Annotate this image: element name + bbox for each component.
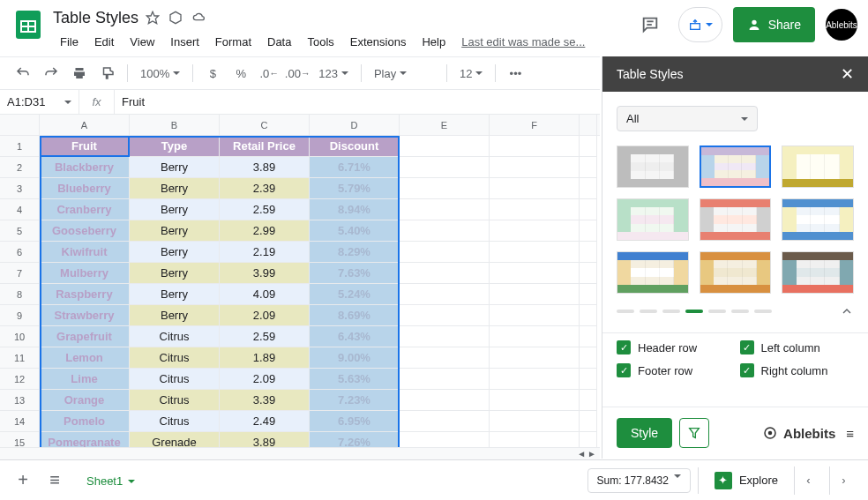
table-style-template[interactable] [782, 146, 854, 188]
col-header[interactable]: D [310, 115, 400, 135]
cell[interactable]: 8.94% [310, 199, 400, 220]
table-style-template[interactable] [617, 146, 689, 188]
cell[interactable] [400, 242, 490, 263]
cell[interactable]: 7.63% [310, 263, 400, 284]
share-button[interactable]: Share [733, 7, 815, 42]
cell[interactable] [400, 178, 490, 199]
cell[interactable]: Gooseberry [40, 220, 130, 242]
cell[interactable]: 1.89 [220, 347, 310, 369]
row-header[interactable]: 12 [0, 369, 39, 390]
cell[interactable] [580, 284, 597, 305]
cell[interactable]: 5.79% [310, 178, 400, 199]
row-header[interactable]: 3 [0, 178, 39, 199]
header-row-checkbox[interactable]: ✓Header row [617, 340, 731, 354]
menu-icon[interactable]: ≡ [846, 426, 854, 441]
cell[interactable]: Citrus [130, 411, 220, 432]
cell[interactable]: 3.89 [220, 157, 310, 178]
present-button[interactable] [678, 7, 722, 42]
row-header[interactable]: 4 [0, 199, 39, 220]
cell[interactable]: Grapefruit [40, 326, 130, 347]
cell[interactable] [400, 263, 490, 284]
menu-tools[interactable]: Tools [300, 32, 340, 52]
currency-button[interactable]: $ [200, 61, 225, 86]
paint-format-button[interactable] [95, 61, 120, 86]
redo-button[interactable] [39, 61, 64, 86]
cell[interactable]: 8.69% [310, 305, 400, 326]
formula-input[interactable]: Fruit [115, 90, 600, 114]
cell[interactable]: 9.00% [310, 347, 400, 369]
right-column-checkbox[interactable]: ✓Right column [740, 363, 855, 377]
cell[interactable]: 2.99 [220, 220, 310, 242]
cell[interactable]: 3.99 [220, 263, 310, 284]
cell[interactable]: 6.95% [310, 411, 400, 432]
footer-row-checkbox[interactable]: ✓Footer row [617, 363, 731, 377]
last-edit-link[interactable]: Last edit was made se... [454, 32, 592, 52]
col-header[interactable]: F [490, 115, 580, 135]
cell[interactable]: Type [130, 136, 220, 157]
cell[interactable] [490, 178, 580, 199]
account-avatar[interactable]: Ablebits [826, 9, 857, 41]
row-header[interactable]: 8 [0, 284, 39, 305]
cell[interactable]: Raspberry [40, 284, 130, 305]
cell[interactable] [580, 326, 597, 347]
cell[interactable] [580, 136, 597, 157]
table-style-template[interactable] [782, 198, 854, 241]
cell[interactable]: 2.19 [220, 242, 310, 263]
cloud-icon[interactable] [191, 11, 207, 25]
row-header[interactable]: 7 [0, 263, 39, 284]
cell[interactable]: Orange [40, 390, 130, 411]
font-size-select[interactable]: 12 [454, 67, 488, 80]
row-header[interactable]: 1 [0, 136, 39, 157]
cell[interactable]: Berry [130, 199, 220, 220]
cell[interactable]: 2.09 [220, 305, 310, 326]
all-sheets-button[interactable]: ≡ [42, 468, 67, 493]
collapse-icon[interactable] [840, 304, 854, 318]
cell[interactable] [490, 347, 580, 369]
cell[interactable] [490, 390, 580, 411]
cell[interactable]: Berry [130, 263, 220, 284]
table-style-template[interactable] [617, 198, 689, 241]
explore-button[interactable]: ✦Explore [706, 466, 787, 495]
cell[interactable]: Mulberry [40, 263, 130, 284]
style-button[interactable]: Style [617, 418, 672, 448]
left-column-checkbox[interactable]: ✓Left column [740, 340, 855, 354]
menu-edit[interactable]: Edit [87, 32, 121, 52]
table-style-template[interactable] [700, 251, 772, 294]
cell[interactable]: Kiwifruit [40, 242, 130, 263]
comments-icon[interactable] [632, 7, 668, 42]
percent-button[interactable]: % [228, 61, 253, 86]
table-style-template[interactable] [700, 198, 772, 241]
row-header[interactable]: 13 [0, 390, 39, 411]
decrease-decimal-button[interactable]: .0← [257, 61, 281, 86]
more-toolbar-button[interactable]: ••• [503, 61, 528, 86]
cell[interactable]: 5.63% [310, 369, 400, 390]
cell[interactable] [490, 263, 580, 284]
cell[interactable]: 6.43% [310, 326, 400, 347]
row-header[interactable]: 5 [0, 220, 39, 242]
cell[interactable] [490, 305, 580, 326]
cell[interactable]: 8.29% [310, 242, 400, 263]
cell[interactable] [490, 411, 580, 432]
quick-sum[interactable]: Sum: 177.8432 [587, 468, 691, 493]
scroll-left-icon[interactable]: ◄ [577, 449, 586, 459]
row-header[interactable]: 6 [0, 242, 39, 263]
cell[interactable] [580, 199, 597, 220]
row-header[interactable]: 11 [0, 347, 39, 369]
cell[interactable]: Citrus [130, 326, 220, 347]
cell[interactable] [490, 220, 580, 242]
col-header[interactable]: B [130, 115, 220, 135]
table-style-template[interactable] [617, 251, 689, 294]
print-button[interactable] [67, 61, 92, 86]
cell[interactable] [490, 242, 580, 263]
cell[interactable]: Blueberry [40, 178, 130, 199]
doc-title[interactable]: Table Styles [53, 9, 138, 27]
nav-right-icon[interactable]: › [829, 466, 857, 495]
cell[interactable]: Berry [130, 178, 220, 199]
cell[interactable] [400, 157, 490, 178]
cell[interactable] [580, 263, 597, 284]
cell[interactable] [490, 326, 580, 347]
menu-help[interactable]: Help [415, 32, 453, 52]
table-style-template[interactable] [782, 251, 854, 294]
scroll-right-icon[interactable]: ► [587, 449, 596, 459]
name-box[interactable]: A1:D31 [0, 90, 79, 114]
